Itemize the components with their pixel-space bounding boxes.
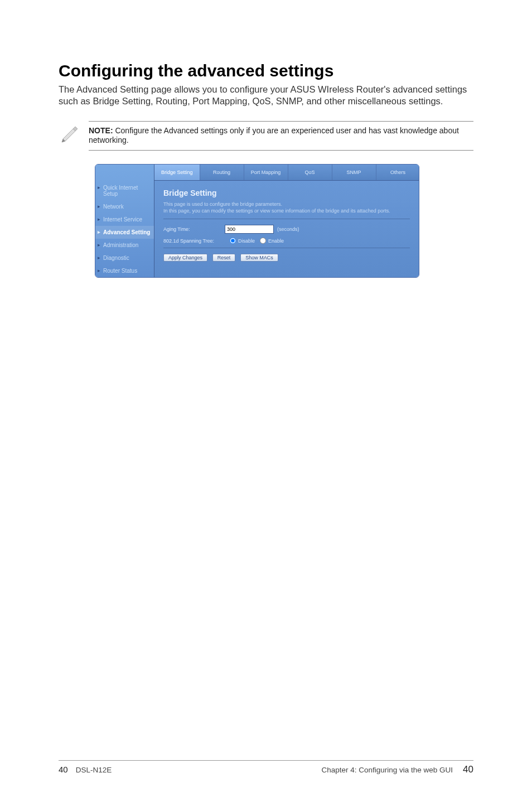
spanning-enable-text: Enable bbox=[268, 238, 284, 244]
sidebar-item-internet-service[interactable]: Internet Service bbox=[95, 213, 154, 226]
sidebar-item-router-status[interactable]: Router Status bbox=[95, 264, 154, 277]
page-footer: 40 DSL-N12E Chapter 4: Configuring via t… bbox=[59, 760, 473, 775]
spanning-enable-radio[interactable] bbox=[260, 238, 266, 244]
page-number-left: 40 bbox=[59, 765, 68, 774]
footer-chapter: Chapter 4: Configuring via the web GUI bbox=[321, 766, 453, 774]
aging-time-unit: (seconds) bbox=[277, 226, 299, 232]
spanning-disable-radio[interactable] bbox=[230, 238, 236, 244]
panel-title: Bridge Setting bbox=[163, 189, 410, 197]
router-admin-screenshot: Quick Internet Setup Network Internet Se… bbox=[95, 164, 419, 278]
panel-desc-line2: In this page, you can modify the setting… bbox=[163, 208, 390, 214]
note-label: NOTE: bbox=[89, 126, 113, 135]
spanning-disable-text: Disable bbox=[238, 238, 255, 244]
reset-button[interactable]: Reset bbox=[212, 254, 236, 262]
panel-description: This page is used to configure the bridg… bbox=[163, 201, 410, 219]
page-title: Configuring the advanced settings bbox=[59, 61, 473, 80]
sidebar-nav: Quick Internet Setup Network Internet Se… bbox=[95, 165, 154, 277]
note-text: NOTE: Configure the Advanced settings on… bbox=[89, 126, 473, 146]
apply-changes-button[interactable]: Apply Changes bbox=[163, 254, 207, 262]
sidebar-item-administration[interactable]: Administration bbox=[95, 239, 154, 252]
tab-snmp[interactable]: SNMP bbox=[332, 165, 376, 180]
aging-time-input[interactable] bbox=[225, 225, 274, 234]
sidebar-item-diagnostic[interactable]: Diagnostic bbox=[95, 252, 154, 264]
tab-others[interactable]: Others bbox=[376, 165, 419, 180]
pencil-note-icon bbox=[59, 121, 81, 143]
footer-model: DSL-N12E bbox=[76, 766, 112, 774]
tab-routing[interactable]: Routing bbox=[200, 165, 244, 180]
tab-qos[interactable]: QoS bbox=[288, 165, 332, 180]
tab-port-mapping[interactable]: Port Mapping bbox=[244, 165, 288, 180]
panel-desc-line1: This page is used to configure the bridg… bbox=[163, 201, 282, 207]
aging-time-label: Aging Time: bbox=[163, 226, 225, 232]
note-body: Configure the Advanced settings only if … bbox=[89, 126, 459, 145]
sidebar-item-advanced-setting[interactable]: Advanced Setting bbox=[95, 226, 154, 239]
show-macs-button[interactable]: Show MACs bbox=[240, 254, 278, 262]
spanning-tree-label: 802.1d Spanning Tree: bbox=[163, 238, 225, 244]
tab-bridge-setting[interactable]: Bridge Setting bbox=[154, 165, 200, 180]
page-number-right: 40 bbox=[463, 764, 473, 775]
sidebar-item-network[interactable]: Network bbox=[95, 200, 154, 213]
sidebar-item-quick-setup[interactable]: Quick Internet Setup bbox=[95, 181, 154, 200]
tab-bar: Bridge Setting Routing Port Mapping QoS … bbox=[154, 165, 419, 181]
intro-paragraph: The Advanced Setting page allows you to … bbox=[59, 84, 473, 108]
note-callout: NOTE: Configure the Advanced settings on… bbox=[59, 121, 473, 151]
